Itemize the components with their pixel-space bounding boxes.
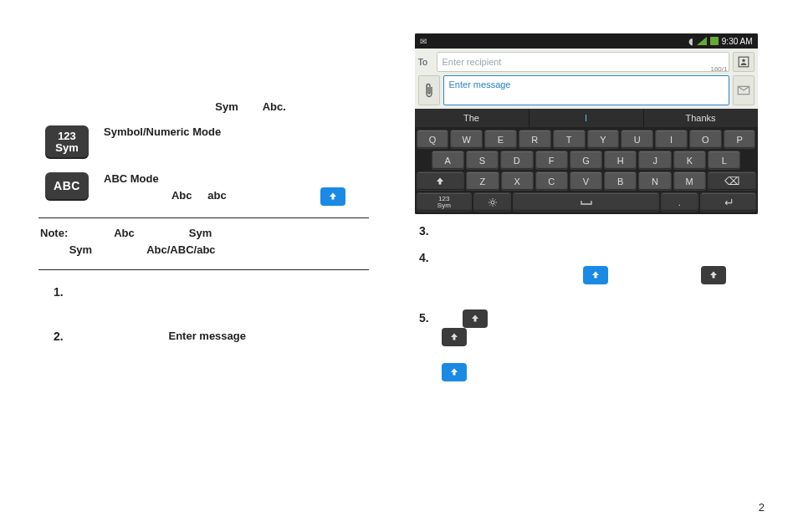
key-f[interactable]: F [535,151,568,170]
key-shift[interactable] [417,171,465,191]
step-4-num: 4. [419,249,439,301]
sym-mode-title: Symbol/Numeric Mode [104,125,221,138]
keyboard-row-2: A S D F G H J K L [417,151,756,170]
subheading: Changing the Text Input Mode - Keyboard [40,40,289,54]
step-4-body: Touch the screen to position the cursor … [439,249,758,301]
key-z[interactable]: Z [466,171,499,191]
key-q[interactable]: Q [417,130,449,149]
send-button[interactable] [733,75,755,105]
key-c[interactable]: C [535,171,568,191]
step-5-num: 5. [419,309,439,381]
char-counter: 160/1 [710,65,727,73]
key-s[interactable]: S [466,151,499,170]
svg-point-3 [491,201,494,204]
shift-icon-dark-2 [463,309,488,328]
battery-icon [710,37,719,45]
key-p[interactable]: P [724,130,756,149]
page-footer: Entering Text 02 [678,501,765,514]
key-x[interactable]: X [501,171,534,191]
suggestion-1[interactable]: The [415,109,529,127]
suggestion-3[interactable]: Thanks [644,109,758,127]
key-j[interactable]: J [638,151,671,170]
compose-area: To Enter recipient 160/1 Enter message [415,49,758,109]
divider-top [38,217,369,218]
add-contact-button[interactable] [733,52,755,72]
keyboard-row-1: Q W E R T Y U I O P [417,130,756,149]
key-period[interactable]: . [661,192,698,212]
keyboard-row-3: Z X C V B N M ⌫ [417,171,756,191]
suggestion-2[interactable]: I [529,109,644,127]
key-r[interactable]: R [519,130,551,149]
abc-mode-key-graphic: ABC [45,172,89,201]
intro-b: The available Text Input modes are: Sym … [40,99,374,115]
right-column: ✉ ◖ 9:30 AM To Enter recipient [399,33,765,507]
key-w[interactable]: W [450,130,483,149]
recipient-input[interactable]: Enter recipient [437,52,729,72]
step-1-body: From a screen where you can enter text, … [74,284,374,316]
key-d[interactable]: D [500,151,533,170]
wifi-icon: ◖ [688,36,693,47]
key-k[interactable]: K [673,151,706,170]
shift-icon-blue [320,187,345,206]
abc-mode-title: ABC Mode [104,172,159,185]
note-block: Note: When in Abc mode, the Sym button w… [40,225,367,260]
keyboard: Q W E R T Y U I O P A S D F G H [415,127,758,214]
key-space[interactable] [513,192,658,212]
shift-icon-dark-3 [442,328,467,346]
sym-mode-key-graphic: 123 Sym [45,125,89,159]
key-settings[interactable] [473,192,511,212]
step-5-body: Tap once to enter a single upper-case le… [439,309,758,381]
key-a[interactable]: A [432,151,464,170]
shift-icon-blue-2 [583,266,608,284]
sym-mode-row: 123 Sym Symbol/Numeric Mode: activates t… [45,124,374,159]
key-t[interactable]: T [553,130,586,149]
svg-point-1 [742,59,745,63]
left-column: Changing the Text Input Mode - Keyboard … [33,33,399,507]
key-e[interactable]: E [484,130,517,149]
status-time: 9:30 AM [722,37,753,46]
key-b[interactable]: B [604,171,637,191]
step-3-body: The screen orientation changes to Landsc… [439,223,758,241]
message-input[interactable]: Enter message [443,75,729,105]
right-steps: 3. The screen orientation changes to Lan… [419,223,758,381]
page-number: 2 [759,501,765,514]
signal-icon [697,37,707,45]
key-sym[interactable]: 123Sym [417,192,473,212]
key-g[interactable]: G [570,151,602,170]
footer-section: Entering Text [678,501,741,514]
divider-bottom [38,269,369,270]
key-v[interactable]: V [570,171,602,191]
key-y[interactable]: Y [587,130,620,149]
step-2-body: Touch and hold the Enter message field, … [74,328,374,361]
key-h[interactable]: H [604,151,637,170]
attach-button[interactable] [418,75,440,105]
abc-mode-row: ABC ABC Mode: activates the default alph… [45,171,374,206]
key-enter[interactable] [700,192,756,212]
left-steps: 1. From a screen where you can enter tex… [54,284,374,361]
notification-icon: ✉ [420,37,427,46]
step-1-num: 1. [54,284,74,316]
shift-icon-dark-1 [701,266,726,284]
key-n[interactable]: N [638,171,671,191]
to-label: To [418,57,433,67]
intro-a: There are two main keyboard layout keys … [40,59,374,92]
keyboard-row-4: 123Sym . [417,192,756,212]
key-m[interactable]: M [673,171,706,191]
status-bar: ✉ ◖ 9:30 AM [415,33,758,49]
phone-screenshot: ✉ ◖ 9:30 AM To Enter recipient [415,33,758,214]
key-i[interactable]: I [655,130,688,149]
shift-icon-blue-3 [442,363,467,381]
key-l[interactable]: L [708,151,740,170]
key-backspace[interactable]: ⌫ [708,171,756,191]
step-3-num: 3. [419,223,439,241]
key-o[interactable]: O [689,130,722,149]
suggestion-bar: The I Thanks [415,109,758,127]
key-u[interactable]: U [621,130,653,149]
step-2-num: 2. [54,328,74,361]
